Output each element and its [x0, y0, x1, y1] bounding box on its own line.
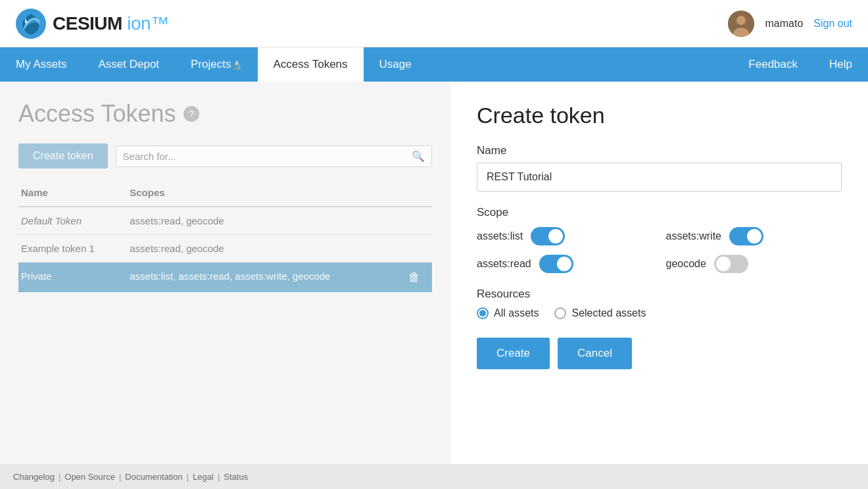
toggle-assets-read[interactable]	[539, 255, 573, 273]
resources-label: Resources	[477, 288, 842, 301]
left-panel: Access Tokens ? Create token 🔍 Name Scop…	[0, 82, 450, 464]
footer-status[interactable]: Status	[224, 472, 248, 482]
scope-label-assets-read: assets:read	[477, 258, 531, 270]
col-scopes-header: Scopes	[127, 182, 406, 207]
sign-out-button[interactable]: Sign out	[813, 18, 852, 30]
radio-item-all-assets[interactable]: All assets	[477, 307, 539, 319]
right-panel: Create token Name Scope assets:listasset…	[450, 82, 868, 464]
main-nav: My Assets Asset Depot Projects 🔬 Access …	[0, 47, 868, 82]
nav-item-access-tokens[interactable]: Access Tokens	[258, 47, 364, 82]
create-button[interactable]: Create	[477, 338, 550, 369]
scope-label-geocode: geocode	[666, 258, 706, 270]
create-token-button[interactable]: Create token	[18, 143, 108, 168]
nav-right: Feedback Help	[733, 47, 868, 82]
nav-item-usage[interactable]: Usage	[364, 47, 427, 82]
search-input[interactable]	[123, 151, 412, 162]
token-name-cell: Example token 1	[18, 235, 127, 263]
scope-label-assets-write: assets:write	[666, 230, 721, 242]
nav-item-projects[interactable]: Projects 🔬	[175, 47, 257, 82]
radio-label-all-assets: All assets	[494, 307, 539, 319]
page-title: Access Tokens ?	[18, 100, 432, 128]
table-row[interactable]: Default Tokenassets:read, geocode	[18, 207, 432, 235]
scope-item-assets-list: assets:list	[477, 227, 653, 245]
footer-changelog[interactable]: Changelog	[13, 472, 55, 482]
radio-circle-all-assets	[477, 307, 489, 319]
table-row[interactable]: Privateassets:list, assets:read, assets:…	[18, 263, 432, 293]
svg-point-2	[736, 16, 746, 25]
user-avatar	[728, 11, 754, 37]
action-buttons: Create Cancel	[477, 338, 842, 369]
footer: Changelog | Open Source | Documentation …	[0, 464, 868, 489]
token-name-cell: Default Token	[18, 207, 127, 235]
token-name-cell: Private	[18, 263, 127, 293]
scope-item-geocode: geocode	[666, 255, 842, 273]
create-token-title: Create token	[477, 103, 842, 128]
name-label: Name	[477, 144, 842, 157]
token-scopes-cell: assets:read, geocode	[127, 235, 406, 263]
footer-opensource[interactable]: Open Source	[64, 472, 115, 482]
header: CESIUM ion™ mamato Sign out	[0, 0, 868, 47]
radio-circle-selected-assets	[554, 307, 566, 319]
cancel-button[interactable]: Cancel	[558, 338, 632, 369]
toggle-geocode[interactable]	[714, 255, 748, 273]
help-icon[interactable]: ?	[183, 106, 199, 122]
scope-label-assets-list: assets:list	[477, 230, 523, 242]
search-container: 🔍	[116, 145, 432, 167]
resources-section: Resources All assetsSelected assets	[477, 288, 842, 319]
radio-label-selected-assets: Selected assets	[571, 307, 646, 319]
logo-text: CESIUM ion™	[53, 13, 169, 34]
footer-legal[interactable]: Legal	[193, 472, 214, 482]
col-name-header: Name	[18, 182, 127, 207]
nav-item-feedback[interactable]: Feedback	[733, 47, 813, 82]
scope-item-assets-write: assets:write	[666, 227, 842, 245]
table-row[interactable]: Example token 1assets:read, geocode	[18, 235, 432, 263]
token-name-input[interactable]	[477, 163, 842, 192]
footer-documentation[interactable]: Documentation	[125, 472, 182, 482]
toggle-assets-write[interactable]	[729, 227, 763, 245]
scope-item-assets-read: assets:read	[477, 255, 653, 273]
username-label: mamato	[765, 18, 803, 30]
radio-group: All assetsSelected assets	[477, 307, 842, 319]
search-icon: 🔍	[412, 150, 425, 163]
token-scopes-cell: assets:list, assets:read, assets:write, …	[127, 263, 406, 293]
delete-icon[interactable]: 🗑	[408, 270, 420, 284]
cesium-logo-icon	[16, 9, 46, 39]
nav-item-asset-depot[interactable]: Asset Depot	[82, 47, 175, 82]
main-container: Access Tokens ? Create token 🔍 Name Scop…	[0, 82, 868, 464]
scope-label: Scope	[477, 206, 842, 219]
header-right: mamato Sign out	[728, 11, 852, 37]
toggle-assets-list[interactable]	[531, 227, 565, 245]
scope-grid: assets:listassets:writeassets:readgeocod…	[477, 227, 842, 273]
logo-area: CESIUM ion™	[16, 9, 169, 39]
radio-item-selected-assets[interactable]: Selected assets	[554, 307, 646, 319]
scope-section: Scope assets:listassets:writeassets:read…	[477, 206, 842, 273]
nav-item-my-assets[interactable]: My Assets	[0, 47, 82, 82]
token-table: Name Scopes Default Tokenassets:read, ge…	[18, 182, 432, 292]
toolbar: Create token 🔍	[18, 143, 432, 168]
nav-item-help[interactable]: Help	[813, 47, 868, 82]
token-scopes-cell: assets:read, geocode	[127, 207, 406, 235]
